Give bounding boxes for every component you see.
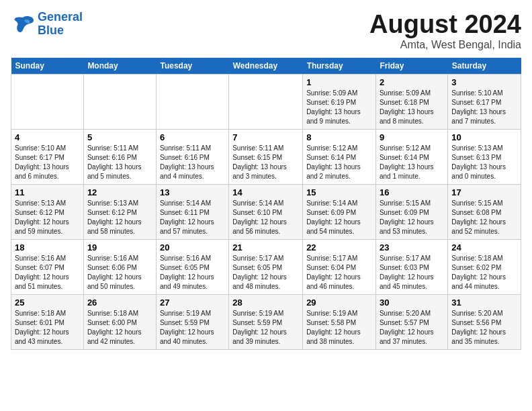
- day-info: Sunrise: 5:19 AM Sunset: 5:59 PM Dayligh…: [232, 309, 299, 347]
- day-number: 6: [160, 132, 225, 142]
- day-number: 31: [451, 298, 517, 308]
- calendar-cell: 16Sunrise: 5:15 AM Sunset: 6:09 PM Dayli…: [375, 184, 447, 239]
- day-info: Sunrise: 5:13 AM Sunset: 6:13 PM Dayligh…: [451, 144, 517, 181]
- calendar-cell: 21Sunrise: 5:17 AM Sunset: 6:05 PM Dayli…: [229, 239, 303, 294]
- day-number: 17: [451, 187, 517, 197]
- day-number: 29: [306, 298, 372, 308]
- day-info: Sunrise: 5:12 AM Sunset: 6:14 PM Dayligh…: [306, 144, 372, 181]
- day-number: 9: [380, 132, 444, 142]
- calendar-cell: 13Sunrise: 5:14 AM Sunset: 6:11 PM Dayli…: [156, 184, 228, 239]
- day-number: 21: [232, 242, 299, 253]
- logo-icon: [11, 15, 35, 34]
- day-info: Sunrise: 5:09 AM Sunset: 6:19 PM Dayligh…: [306, 89, 372, 126]
- day-info: Sunrise: 5:19 AM Sunset: 5:58 PM Dayligh…: [306, 309, 372, 347]
- day-info: Sunrise: 5:14 AM Sunset: 6:11 PM Dayligh…: [160, 199, 225, 236]
- header-wednesday: Wednesday: [229, 58, 303, 75]
- calendar-cell: 27Sunrise: 5:19 AM Sunset: 5:59 PM Dayli…: [156, 294, 228, 349]
- logo: General Blue: [11, 11, 83, 38]
- day-info: Sunrise: 5:10 AM Sunset: 6:17 PM Dayligh…: [15, 144, 80, 181]
- day-number: 11: [15, 187, 80, 197]
- calendar-cell: 11Sunrise: 5:13 AM Sunset: 6:12 PM Dayli…: [11, 184, 84, 239]
- day-info: Sunrise: 5:16 AM Sunset: 6:05 PM Dayligh…: [160, 254, 225, 291]
- day-number: 25: [15, 298, 80, 308]
- day-info: Sunrise: 5:18 AM Sunset: 6:01 PM Dayligh…: [15, 309, 80, 347]
- day-info: Sunrise: 5:10 AM Sunset: 6:17 PM Dayligh…: [451, 89, 517, 126]
- calendar-cell: [11, 74, 84, 129]
- day-number: 24: [451, 242, 517, 253]
- calendar-cell: 18Sunrise: 5:16 AM Sunset: 6:07 PM Dayli…: [11, 239, 84, 294]
- calendar-cell: 10Sunrise: 5:13 AM Sunset: 6:13 PM Dayli…: [448, 129, 521, 184]
- day-info: Sunrise: 5:11 AM Sunset: 6:16 PM Dayligh…: [87, 144, 152, 181]
- day-info: Sunrise: 5:14 AM Sunset: 6:10 PM Dayligh…: [232, 199, 299, 236]
- calendar-cell: 12Sunrise: 5:13 AM Sunset: 6:12 PM Dayli…: [83, 184, 156, 239]
- page-subtitle: Amta, West Bengal, India: [369, 39, 521, 51]
- day-info: Sunrise: 5:14 AM Sunset: 6:09 PM Dayligh…: [306, 199, 372, 236]
- calendar-cell: 9Sunrise: 5:12 AM Sunset: 6:14 PM Daylig…: [375, 129, 447, 184]
- day-info: Sunrise: 5:20 AM Sunset: 5:56 PM Dayligh…: [451, 309, 517, 347]
- header-friday: Friday: [375, 58, 447, 75]
- day-number: 22: [306, 242, 372, 253]
- day-info: Sunrise: 5:15 AM Sunset: 6:09 PM Dayligh…: [380, 199, 444, 236]
- day-number: 26: [87, 298, 152, 308]
- calendar-cell: 7Sunrise: 5:11 AM Sunset: 6:15 PM Daylig…: [229, 129, 303, 184]
- calendar-cell: 22Sunrise: 5:17 AM Sunset: 6:04 PM Dayli…: [303, 239, 376, 294]
- day-number: 4: [15, 132, 80, 142]
- day-number: 15: [306, 187, 372, 197]
- day-info: Sunrise: 5:17 AM Sunset: 6:04 PM Dayligh…: [306, 254, 372, 291]
- day-number: 30: [380, 298, 444, 308]
- calendar-week-row: 25Sunrise: 5:18 AM Sunset: 6:01 PM Dayli…: [11, 294, 521, 349]
- day-number: 3: [451, 77, 517, 87]
- day-number: 8: [306, 132, 372, 142]
- calendar-table: SundayMondayTuesdayWednesdayThursdayFrid…: [11, 58, 521, 350]
- header-sunday: Sunday: [11, 58, 84, 75]
- calendar-cell: 4Sunrise: 5:10 AM Sunset: 6:17 PM Daylig…: [11, 129, 84, 184]
- header-tuesday: Tuesday: [156, 58, 228, 75]
- day-number: 28: [232, 298, 299, 308]
- header-thursday: Thursday: [303, 58, 376, 75]
- calendar-cell: [83, 74, 156, 129]
- day-info: Sunrise: 5:16 AM Sunset: 6:07 PM Dayligh…: [15, 254, 80, 291]
- page-header: General Blue August 2024 Amta, West Beng…: [11, 11, 521, 51]
- calendar-cell: 3Sunrise: 5:10 AM Sunset: 6:17 PM Daylig…: [448, 74, 521, 129]
- day-info: Sunrise: 5:20 AM Sunset: 5:57 PM Dayligh…: [380, 309, 444, 347]
- day-info: Sunrise: 5:16 AM Sunset: 6:06 PM Dayligh…: [87, 254, 152, 291]
- day-number: 19: [87, 242, 152, 253]
- calendar-cell: 26Sunrise: 5:18 AM Sunset: 6:00 PM Dayli…: [83, 294, 156, 349]
- calendar-week-row: 11Sunrise: 5:13 AM Sunset: 6:12 PM Dayli…: [11, 184, 521, 239]
- day-number: 18: [15, 242, 80, 253]
- day-number: 27: [160, 298, 225, 308]
- day-info: Sunrise: 5:11 AM Sunset: 6:16 PM Dayligh…: [160, 144, 225, 181]
- day-number: 12: [87, 187, 152, 197]
- day-number: 20: [160, 242, 225, 253]
- calendar-cell: 25Sunrise: 5:18 AM Sunset: 6:01 PM Dayli…: [11, 294, 84, 349]
- calendar-cell: 17Sunrise: 5:15 AM Sunset: 6:08 PM Dayli…: [448, 184, 521, 239]
- day-number: 23: [380, 242, 444, 253]
- day-info: Sunrise: 5:11 AM Sunset: 6:15 PM Dayligh…: [232, 144, 299, 181]
- calendar-cell: [156, 74, 228, 129]
- calendar-cell: 29Sunrise: 5:19 AM Sunset: 5:58 PM Dayli…: [303, 294, 376, 349]
- calendar-cell: [229, 74, 303, 129]
- page-title: August 2024: [369, 11, 521, 39]
- calendar-week-row: 1Sunrise: 5:09 AM Sunset: 6:19 PM Daylig…: [11, 74, 521, 129]
- calendar-cell: 1Sunrise: 5:09 AM Sunset: 6:19 PM Daylig…: [303, 74, 376, 129]
- calendar-cell: 5Sunrise: 5:11 AM Sunset: 6:16 PM Daylig…: [83, 129, 156, 184]
- day-number: 2: [380, 77, 444, 87]
- day-number: 13: [160, 187, 225, 197]
- calendar-cell: 14Sunrise: 5:14 AM Sunset: 6:10 PM Dayli…: [229, 184, 303, 239]
- title-area: August 2024 Amta, West Bengal, India: [369, 11, 521, 51]
- calendar-cell: 2Sunrise: 5:09 AM Sunset: 6:18 PM Daylig…: [375, 74, 447, 129]
- calendar-cell: 28Sunrise: 5:19 AM Sunset: 5:59 PM Dayli…: [229, 294, 303, 349]
- day-info: Sunrise: 5:17 AM Sunset: 6:05 PM Dayligh…: [232, 254, 299, 291]
- day-number: 7: [232, 132, 299, 142]
- calendar-cell: 15Sunrise: 5:14 AM Sunset: 6:09 PM Dayli…: [303, 184, 376, 239]
- day-info: Sunrise: 5:18 AM Sunset: 6:00 PM Dayligh…: [87, 309, 152, 347]
- day-info: Sunrise: 5:17 AM Sunset: 6:03 PM Dayligh…: [380, 254, 444, 291]
- day-info: Sunrise: 5:19 AM Sunset: 5:59 PM Dayligh…: [160, 309, 225, 347]
- calendar-cell: 19Sunrise: 5:16 AM Sunset: 6:06 PM Dayli…: [83, 239, 156, 294]
- day-number: 1: [306, 77, 372, 87]
- day-number: 16: [380, 187, 444, 197]
- day-number: 10: [451, 132, 517, 142]
- logo-text: General Blue: [38, 11, 83, 38]
- calendar-header-row: SundayMondayTuesdayWednesdayThursdayFrid…: [11, 58, 521, 75]
- day-info: Sunrise: 5:18 AM Sunset: 6:02 PM Dayligh…: [451, 254, 517, 291]
